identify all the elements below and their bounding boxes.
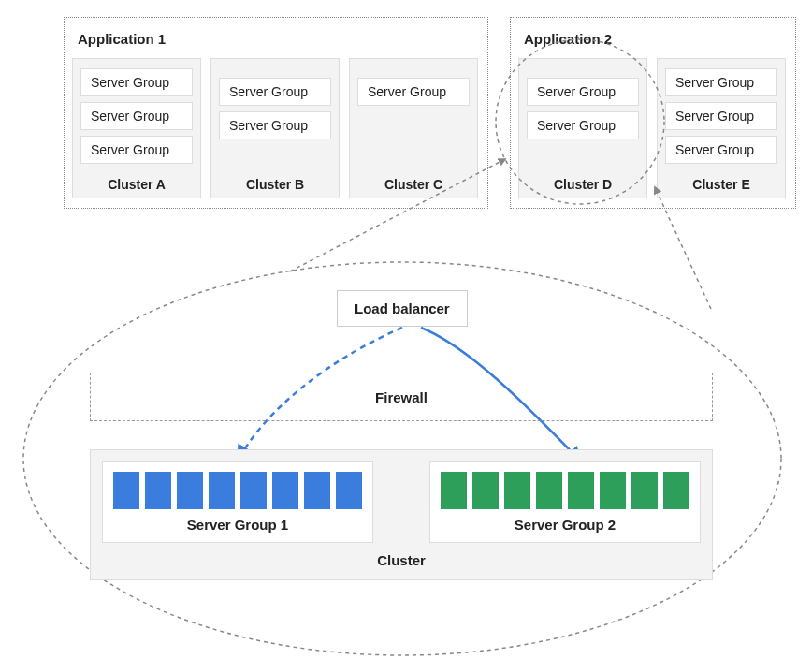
cluster-d: Server Group Server Group Cluster D (518, 58, 647, 198)
load-balancer-label: Load balancer (355, 300, 450, 316)
server-group-box: Server Group (665, 68, 777, 96)
server-group-1-box: Server Group 1 (102, 461, 373, 543)
server-group-box: Server Group (80, 136, 193, 164)
server-group-2-label: Server Group 2 (440, 517, 690, 533)
application-2-box: Application 2 Server Group Server Group … (510, 17, 796, 209)
instance (177, 472, 203, 509)
application-1-clusters: Server Group Server Group Server Group C… (72, 58, 480, 198)
instance (304, 472, 330, 509)
server-group-box: Server Group (665, 102, 777, 130)
firewall-label: Firewall (375, 389, 428, 405)
server-group-box: Server Group (80, 68, 193, 96)
cluster-b-label: Cluster B (219, 171, 331, 192)
cluster-e: Server Group Server Group Server Group C… (657, 58, 786, 198)
instance (472, 472, 499, 509)
server-group-box: Server Group (80, 102, 193, 130)
server-group-box: Server Group (527, 111, 639, 139)
cluster-b: Server Group Server Group Cluster B (210, 58, 340, 198)
instance (441, 472, 467, 509)
instance (113, 472, 139, 509)
instance (209, 472, 235, 509)
application-1-box: Application 1 Server Group Server Group … (64, 17, 488, 209)
cluster-a-label: Cluster A (80, 171, 193, 192)
cluster-c: Server Group Cluster C (349, 58, 478, 198)
instance (272, 472, 298, 509)
cluster-c-label: Cluster C (357, 171, 470, 192)
firewall-box: Firewall (90, 373, 713, 421)
instance (504, 472, 530, 509)
server-group-1-label: Server Group 1 (112, 517, 363, 533)
application-2-clusters: Server Group Server Group Cluster D Serv… (518, 58, 788, 198)
server-group-box: Server Group (219, 78, 331, 106)
instance (336, 472, 362, 509)
server-group-box: Server Group (665, 136, 777, 164)
cluster-e-label: Cluster E (665, 171, 777, 192)
server-group-2-box: Server Group 2 (429, 461, 701, 543)
instance (240, 472, 267, 509)
detail-cluster-box: Server Group 1 Server Group 2 Cluster (90, 449, 713, 580)
instance (663, 472, 689, 509)
server-group-1-instances (112, 472, 363, 509)
cluster-a: Server Group Server Group Server Group C… (72, 58, 201, 198)
detail-cluster-label: Cluster (102, 552, 701, 568)
instance (631, 472, 658, 509)
instance (600, 472, 626, 509)
server-group-box: Server Group (357, 78, 470, 106)
server-group-2-instances (440, 472, 690, 509)
instance (145, 472, 171, 509)
instance (568, 472, 594, 509)
application-2-title: Application 2 (524, 31, 788, 47)
server-group-box: Server Group (219, 111, 331, 139)
cluster-d-label: Cluster D (527, 171, 639, 192)
load-balancer-box: Load balancer (337, 290, 468, 327)
server-group-box: Server Group (527, 78, 639, 106)
instance (536, 472, 562, 509)
application-1-title: Application 1 (78, 31, 480, 47)
